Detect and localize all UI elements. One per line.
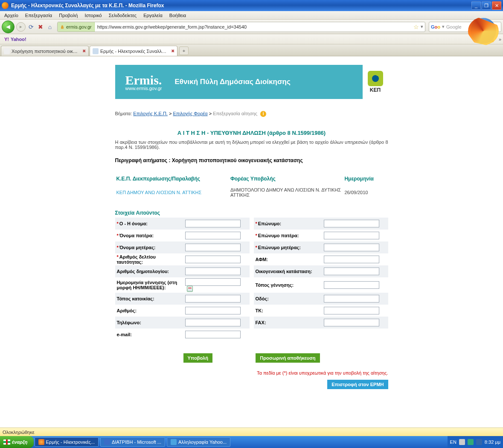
bookmark-star-icon[interactable]: ☆ xyxy=(413,23,419,30)
close-tab-icon[interactable]: ✖ xyxy=(82,49,86,53)
menu-bar: Αρχείο Επεξεργασία Προβολή Ιστορικό Σελι… xyxy=(0,11,503,20)
back-button[interactable]: ◄ xyxy=(2,20,15,33)
reload-button[interactable]: ⟳ xyxy=(27,23,35,31)
site-identity[interactable]: ermis.gov.gr xyxy=(58,22,95,32)
window-title: Ερμής - Ηλεκτρονικές Συναλλαγές με τα Κ.… xyxy=(11,3,471,9)
search-bar[interactable]: Goo▾ Google xyxy=(429,22,501,32)
bookmarks-toolbar: Y! Yahoo! ‿ » xyxy=(0,34,503,44)
search-placeholder: Google xyxy=(446,24,461,29)
google-icon: Goo xyxy=(431,24,440,29)
menu-history[interactable]: Ιστορικό xyxy=(83,12,103,19)
forward-button[interactable]: ▸ xyxy=(16,22,26,32)
stop-button[interactable]: ✖ xyxy=(37,23,44,31)
new-tab-button[interactable]: + xyxy=(179,47,189,55)
menu-file[interactable]: Αρχείο xyxy=(3,12,20,19)
tab-strip: Χορήγηση πιστοποιητικού οικογενειακή... … xyxy=(0,44,503,56)
feed-icon[interactable]: ‿ xyxy=(488,36,494,42)
url-text: https://www.ermis.gov.gr/webkep/generate… xyxy=(95,24,413,29)
menu-view[interactable]: Προβολή xyxy=(57,12,79,19)
menu-help[interactable]: Βοήθεια xyxy=(168,12,188,19)
tab-2-active[interactable]: Ερμής - Ηλεκτρονικές Συναλλαγέ... ✖ xyxy=(90,46,177,56)
close-tab-icon[interactable]: ✖ xyxy=(171,49,174,53)
menu-tools[interactable]: Εργαλεία xyxy=(142,12,164,19)
page-favicon xyxy=(93,48,99,54)
menu-edit[interactable]: Επεξεργασία xyxy=(23,12,54,19)
tab-1[interactable]: Χορήγηση πιστοποιητικού οικογενειακή... … xyxy=(1,46,89,56)
page-favicon xyxy=(4,48,10,54)
close-button[interactable]: ✕ xyxy=(492,1,501,10)
url-dropdown-icon[interactable]: ▾ xyxy=(421,24,423,29)
url-bar[interactable]: ermis.gov.gr https://www.ermis.gov.gr/we… xyxy=(57,22,425,32)
menu-bookmarks[interactable]: Σελιδοδείκτες xyxy=(107,12,138,19)
navigation-toolbar: ◄ ▸ ⟳ ✖ ⌂ ermis.gov.gr https://www.ermis… xyxy=(0,20,503,34)
bookmark-chevron-icon[interactable]: » xyxy=(499,37,501,42)
yahoo-icon: Y! xyxy=(4,37,9,42)
home-button[interactable]: ⌂ xyxy=(46,23,54,31)
site-host: ermis.gov.gr xyxy=(66,24,92,29)
lock-icon xyxy=(60,25,64,29)
maximize-button[interactable]: ❐ xyxy=(482,1,491,10)
firefox-icon xyxy=(2,2,9,9)
minimize-button[interactable]: _ xyxy=(471,1,481,10)
window-titlebar: Ερμής - Ηλεκτρονικές Συναλλαγές με τα Κ.… xyxy=(0,0,503,11)
bookmark-yahoo[interactable]: Y! Yahoo! xyxy=(2,37,29,42)
